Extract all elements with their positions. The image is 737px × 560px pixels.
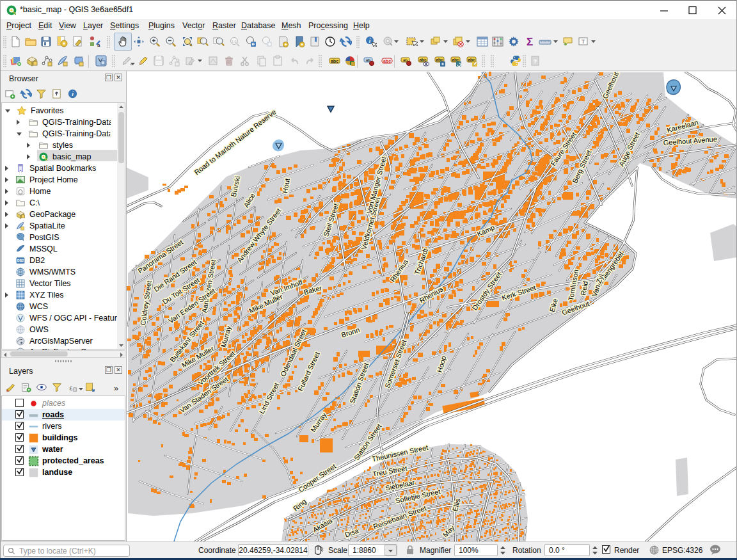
svg-text:ε: ε	[70, 383, 73, 392]
svg-text:Σ: Σ	[527, 36, 533, 48]
svg-text:abc: abc	[419, 58, 427, 62]
svg-text:?: ?	[534, 58, 537, 65]
svg-text:T: T	[582, 38, 585, 45]
svg-text:ab: ab	[366, 58, 370, 62]
svg-text:abc: abc	[436, 58, 443, 62]
svg-text:abc: abc	[331, 59, 338, 63]
svg-text:a: a	[97, 42, 100, 48]
svg-text:1:1: 1:1	[232, 40, 237, 44]
svg-text:DB2: DB2	[17, 259, 24, 262]
svg-text:i: i	[72, 90, 74, 97]
svg-text:abc: abc	[468, 58, 475, 62]
svg-text:abc: abc	[383, 59, 391, 63]
svg-text:ab: ab	[403, 58, 408, 62]
svg-text:abc: abc	[452, 58, 459, 62]
